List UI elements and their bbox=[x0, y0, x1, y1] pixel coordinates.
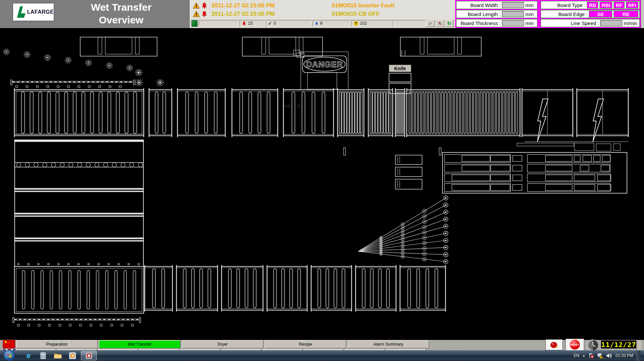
navigation-bar: ★⁎⁎ Preparation Wet Transfer Dryer Recip… bbox=[0, 340, 644, 350]
show-desktop-button[interactable] bbox=[636, 350, 641, 361]
board-length-row: Board Length : mm bbox=[456, 10, 537, 18]
clock-icon[interactable] bbox=[587, 339, 599, 351]
board-type-rf-button[interactable]: RF bbox=[614, 2, 625, 8]
media-player-icon[interactable] bbox=[68, 351, 77, 360]
red-bell-icon bbox=[242, 21, 246, 26]
alarm-message: 01MO015 Inverter Fault bbox=[332, 2, 394, 9]
taskbar-clock[interactable]: 02:20 PM bbox=[615, 353, 633, 358]
board-thickness-value[interactable] bbox=[502, 20, 524, 26]
tab-dryer[interactable]: Dryer bbox=[182, 340, 263, 348]
tray-expand-icon[interactable]: ▲ bbox=[583, 354, 586, 357]
board-type-rb-button[interactable]: RB bbox=[587, 2, 598, 8]
plant-diagram: indow Sn DANGER Knife bbox=[0, 28, 644, 340]
acknowledged-count: ✔ 0 bbox=[266, 20, 312, 26]
warning-icon bbox=[193, 11, 200, 17]
header-scrollbar-strip[interactable] bbox=[641, 0, 644, 28]
tab-wet-transfer[interactable]: Wet Transfer bbox=[99, 340, 180, 348]
info-count: 6 bbox=[312, 20, 351, 26]
status-field bbox=[392, 20, 425, 26]
china-flag-icon[interactable]: ★⁎⁎ bbox=[3, 340, 15, 349]
knife-label: Knife bbox=[394, 66, 406, 71]
warning-icon bbox=[193, 2, 200, 9]
line-speed-unit: m/min bbox=[624, 20, 638, 26]
reset-button-face: RESET bbox=[570, 340, 580, 350]
status-green-icon bbox=[191, 20, 198, 27]
language-indicator[interactable]: EN bbox=[573, 353, 579, 358]
blue-bell-icon bbox=[315, 21, 318, 26]
lafarge-logo: LAFARGE bbox=[13, 3, 54, 21]
board-edge-label: Board Edge : bbox=[558, 11, 588, 17]
windows-taskbar: e EN ▲ bbox=[0, 350, 644, 361]
active-app-button[interactable] bbox=[81, 351, 97, 360]
wet-transfer-overview-screen: { "header": { "logo": "LAFARGE", "title_… bbox=[0, 0, 644, 361]
board-thickness-row: Board Thickness : mm bbox=[456, 19, 537, 27]
board-edge-row: Board Edge : SE RE bbox=[541, 10, 640, 18]
reset-button[interactable]: RESET bbox=[565, 339, 584, 351]
silence-alarm-button[interactable] bbox=[435, 20, 444, 27]
ack-check-icon: ✔ bbox=[268, 21, 272, 26]
action-center-flag-icon[interactable] bbox=[588, 353, 594, 359]
board-info-panel: Board Width : mm Board Type : RB RBI RF … bbox=[455, 0, 641, 28]
alarm-timestamp: 2011-12-27 02:15:05 PM bbox=[212, 2, 310, 9]
alarm-row[interactable]: 2011-12-27 02:15:05 PM 01MO015 CB OFF bbox=[190, 10, 455, 18]
board-length-value[interactable] bbox=[502, 11, 524, 17]
question-icon: ? bbox=[354, 21, 358, 26]
tab-alarm-summary[interactable]: Alarm Summary bbox=[348, 340, 429, 348]
alarm-row[interactable]: 2011-12-27 02:15:05 PM 01MO015 Inverter … bbox=[190, 0, 455, 10]
board-width-unit: mm bbox=[525, 2, 536, 8]
board-type-rbi-button[interactable]: RBI bbox=[600, 2, 612, 8]
tab-recipe[interactable]: Recipe bbox=[265, 340, 346, 348]
board-thickness-label: Board Thickness : bbox=[461, 20, 501, 26]
nav-scrollbar-strip[interactable] bbox=[637, 340, 641, 350]
start-button[interactable] bbox=[3, 350, 15, 361]
hmi-app-icon bbox=[86, 352, 92, 359]
alarm-bell-icon bbox=[201, 11, 208, 17]
board-width-label: Board Width : bbox=[470, 2, 501, 8]
line-speed-label: Line Speed : bbox=[571, 20, 599, 26]
board-width-value[interactable] bbox=[502, 2, 524, 8]
status-field bbox=[199, 20, 239, 26]
alarm-status-bar: 15 ✔ 0 6 ? 102 ✔ ↻ bbox=[190, 19, 455, 27]
speaker-icon[interactable] bbox=[606, 353, 612, 358]
board-length-unit: mm bbox=[525, 11, 536, 17]
page-title: Wet Transfer Overview bbox=[55, 1, 187, 26]
board-width-row: Board Width : mm bbox=[456, 1, 537, 9]
tab-preparation[interactable]: Preparation bbox=[16, 340, 98, 348]
screen-tabs: Preparation Wet Transfer Dryer Recipe Al… bbox=[16, 340, 429, 348]
danger-sign-label: DANGER bbox=[306, 60, 343, 69]
lafarge-logo-text: LAFARGE bbox=[27, 9, 54, 15]
board-edge-se-button[interactable]: SE bbox=[589, 11, 612, 17]
red-alarm-bell-icon bbox=[550, 341, 558, 349]
board-type-rfi-button[interactable]: RFI bbox=[626, 2, 638, 8]
board-thickness-unit: mm bbox=[525, 20, 536, 26]
folder-glyph bbox=[54, 352, 62, 359]
alarm-bell-icon bbox=[201, 2, 208, 9]
ack-button[interactable]: ✔ bbox=[426, 20, 435, 27]
refresh-button[interactable]: ↻ bbox=[445, 20, 454, 27]
line-speed-row: Line Speed : m/min bbox=[541, 19, 640, 27]
board-edge-re-button[interactable]: RE bbox=[614, 11, 638, 17]
lafarge-logo-icon bbox=[15, 5, 26, 19]
check-icon: ✔ bbox=[429, 21, 432, 26]
active-alarm-count: 15 bbox=[240, 20, 265, 26]
board-type-row: Board Type : RB RBI RF RFI bbox=[541, 1, 640, 9]
alarm-message: 01MO015 CB OFF bbox=[332, 11, 380, 17]
media-player-glyph bbox=[69, 352, 76, 359]
unknown-count: ? 102 bbox=[351, 20, 391, 26]
plant-diagram-area: indow Sn DANGER Knife bbox=[0, 28, 644, 340]
windows-logo-icon bbox=[6, 353, 12, 359]
date-display: 11/12/27 bbox=[601, 340, 636, 349]
alarm-timestamp: 2011-12-27 02:15:05 PM bbox=[212, 11, 310, 17]
calculator-icon[interactable] bbox=[39, 351, 47, 360]
bell-mute-icon bbox=[438, 21, 442, 25]
board-type-label: Board Type : bbox=[557, 2, 586, 8]
explorer-folder-icon[interactable] bbox=[53, 351, 62, 360]
alarm-horn-button[interactable] bbox=[545, 339, 563, 350]
line-speed-value[interactable] bbox=[600, 20, 622, 26]
system-tray: EN ▲ 02:20 PM bbox=[573, 350, 644, 361]
header-bar: LAFARGE Wet Transfer Overview 2011-12-27… bbox=[0, 0, 455, 28]
warning-tray-icon[interactable] bbox=[597, 353, 603, 359]
board-length-label: Board Length : bbox=[468, 11, 501, 17]
internet-explorer-icon[interactable]: e bbox=[24, 351, 33, 360]
refresh-icon: ↻ bbox=[447, 21, 451, 26]
